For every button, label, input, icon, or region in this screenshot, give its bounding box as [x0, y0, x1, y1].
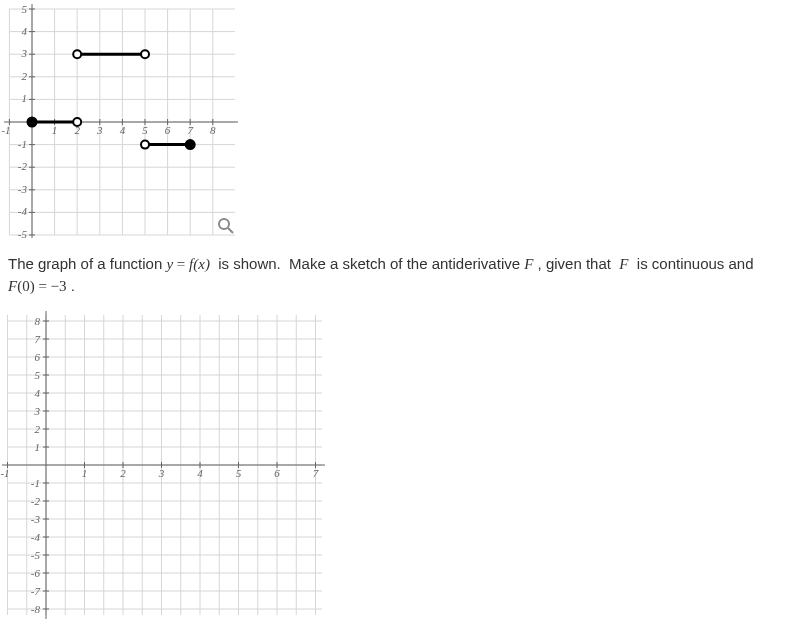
svg-line-52	[228, 228, 233, 233]
x-tick-label: 6	[274, 467, 280, 479]
function-graph: -1 1 2 3 4 5 6 7 8 -5 -4 -3 -2 -1 1 2 3 …	[0, 0, 806, 249]
y-tick-label: -3	[18, 183, 28, 195]
svg-point-47	[73, 50, 81, 58]
x-tick-label: 8	[210, 124, 216, 136]
y-tick-label: 8	[35, 315, 41, 327]
x-tick-label: 7	[313, 467, 319, 479]
prompt-text: is continuous and	[628, 255, 753, 272]
y-tick-label: -5	[31, 549, 41, 561]
y-tick-label: -4	[31, 531, 41, 543]
x-tick-label: -1	[0, 467, 9, 479]
y-tick-label: 6	[35, 351, 41, 363]
svg-point-51	[219, 219, 229, 229]
y-tick-label: 4	[35, 387, 41, 399]
x-tick-label: 1	[82, 467, 88, 479]
y-tick-label: -2	[31, 495, 41, 507]
math-expr: y = f(x)	[166, 256, 209, 272]
magnifier-icon[interactable]	[219, 219, 233, 233]
y-tick-label: 1	[35, 441, 41, 453]
question-prompt: The graph of a function y = f(x) is show…	[8, 253, 768, 297]
x-tick-label: 5	[142, 124, 148, 136]
prompt-text: is shown. Make a sketch of the antideriv…	[210, 255, 524, 272]
answer-grid[interactable]: -1 1 2 3 4 5 6 7 -8 -7 -6 -5 -4 -3 -2 -1…	[0, 305, 806, 629]
y-tick-label: -1	[31, 477, 40, 489]
x-tick-label: 4	[197, 467, 203, 479]
x-tick-label: 7	[187, 124, 193, 136]
y-tick-label: -8	[31, 603, 41, 615]
prompt-text: .	[67, 277, 75, 294]
x-tick-label: 6	[165, 124, 171, 136]
x-tick-label: 5	[236, 467, 242, 479]
x-tick-label: 4	[120, 124, 126, 136]
x-tick-label: -1	[1, 124, 10, 136]
x-tick-label: 2	[120, 467, 126, 479]
y-tick-label: 2	[35, 423, 41, 435]
y-tick-label: 2	[22, 70, 28, 82]
y-tick-label: -5	[18, 228, 28, 240]
prompt-text: The graph of a function	[8, 255, 166, 272]
y-tick-label: 1	[22, 92, 28, 104]
x-tick-label: 3	[158, 467, 165, 479]
y-tick-label: -1	[18, 138, 27, 150]
svg-point-49	[141, 141, 149, 149]
prompt-text: , given that	[533, 255, 619, 272]
x-tick-label: 3	[96, 124, 103, 136]
svg-point-50	[186, 140, 195, 149]
y-tick-label: 4	[22, 25, 28, 37]
y-tick-label: -7	[31, 585, 41, 597]
y-tick-label: -2	[18, 160, 28, 172]
svg-point-46	[73, 118, 81, 126]
y-tick-label: -3	[31, 513, 41, 525]
svg-point-45	[28, 118, 37, 127]
y-tick-label: 7	[35, 333, 41, 345]
svg-point-48	[141, 50, 149, 58]
y-tick-label: -4	[18, 205, 28, 217]
math-condition: F(0) = −3	[8, 278, 67, 294]
y-tick-label: 5	[22, 3, 28, 15]
y-tick-label: -6	[31, 567, 41, 579]
y-tick-label: 3	[34, 405, 41, 417]
y-tick-label: 5	[35, 369, 41, 381]
x-tick-label: 1	[52, 124, 58, 136]
y-tick-label: 3	[21, 47, 28, 59]
